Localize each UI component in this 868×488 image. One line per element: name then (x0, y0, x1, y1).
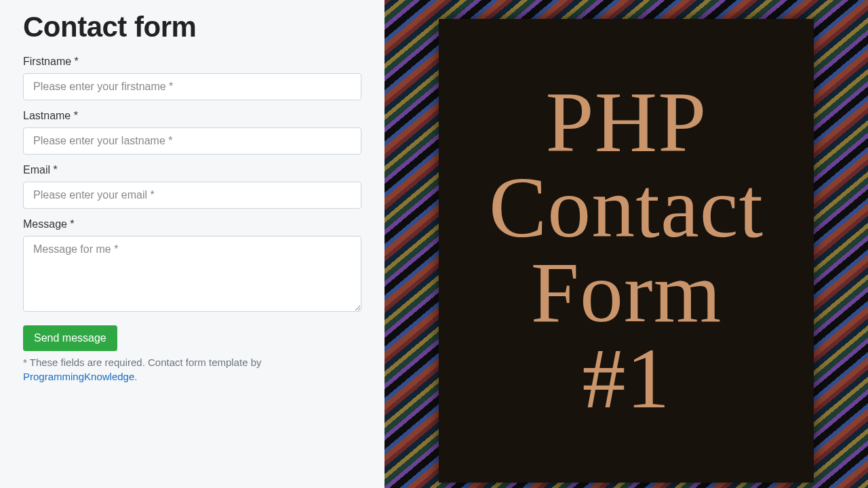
form-title: Contact form (23, 11, 361, 43)
message-textarea[interactable] (23, 236, 361, 312)
email-label: Email * (23, 164, 361, 176)
message-label: Message * (23, 218, 361, 230)
firstname-input[interactable] (23, 73, 361, 100)
send-message-button[interactable]: Send message (23, 325, 117, 351)
field-message: Message * (23, 218, 361, 314)
field-firstname: Firstname * (23, 56, 361, 100)
form-footer: * These fields are required. Contact for… (23, 355, 361, 384)
firstname-label: Firstname * (23, 56, 361, 68)
footer-text: * These fields are required. Contact for… (23, 357, 262, 368)
lastname-input[interactable] (23, 127, 361, 155)
contact-form-panel: Contact form Firstname * Lastname * Emai… (0, 0, 384, 488)
banner-panel: PHP Contact Form #1 (384, 0, 868, 488)
banner-line-4: #1 (583, 336, 671, 421)
lastname-label: Lastname * (23, 110, 361, 122)
banner-line-1: PHP (546, 80, 707, 165)
banner-line-2: Contact (489, 165, 764, 250)
banner-line-3: Form (531, 250, 722, 335)
email-input[interactable] (23, 182, 361, 209)
field-email: Email * (23, 164, 361, 209)
field-lastname: Lastname * (23, 110, 361, 155)
footer-period: . (134, 371, 137, 382)
footer-link[interactable]: ProgrammingKnowledge (23, 371, 134, 382)
banner-card: PHP Contact Form #1 (439, 19, 814, 483)
